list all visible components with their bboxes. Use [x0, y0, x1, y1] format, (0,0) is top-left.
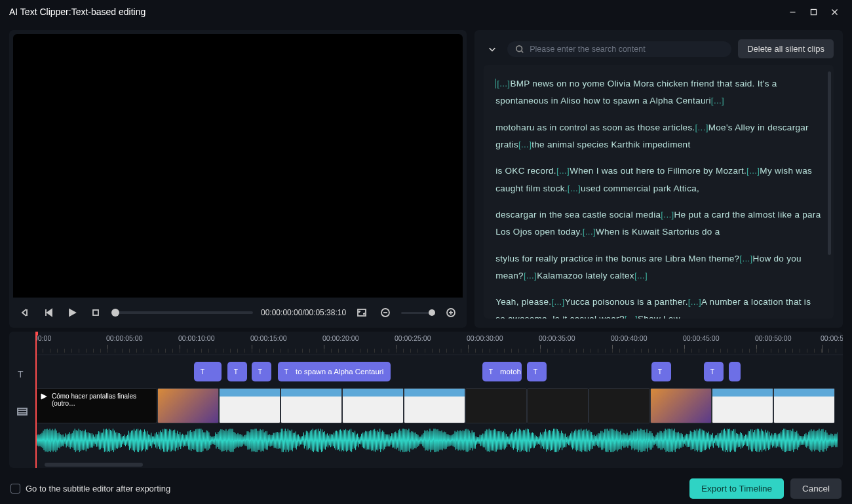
- video-thumbnail[interactable]: [404, 388, 465, 423]
- playhead[interactable]: [35, 332, 37, 468]
- video-thumbnail[interactable]: [589, 388, 650, 423]
- transcript-segment[interactable]: Show Low,: [638, 314, 682, 319]
- video-thumbnail[interactable]: [281, 388, 342, 423]
- timeline-main[interactable]: 00:0000:00:05:0000:00:10:0000:00:15:0000…: [35, 332, 843, 468]
- maximize-button[interactable]: [805, 3, 822, 20]
- close-button[interactable]: [826, 3, 843, 20]
- video-preview[interactable]: [13, 34, 463, 298]
- svg-marker-6: [47, 309, 52, 316]
- subtitle-editor-checkbox[interactable]: Go to the subtitle editor after exportin…: [10, 484, 170, 494]
- checkbox-label: Go to the subtitle editor after exportin…: [26, 484, 170, 494]
- zoom-slider[interactable]: [401, 312, 435, 314]
- silence-marker[interactable]: [...]: [711, 96, 724, 106]
- transcript-segment[interactable]: stylus for really practice in the bonus …: [495, 254, 739, 263]
- zoom-out-button[interactable]: [378, 305, 393, 320]
- silence-marker[interactable]: [...]: [495, 79, 510, 88]
- zoom-handle[interactable]: [429, 309, 435, 316]
- transcript-paragraph[interactable]: motoharu as in control as soon as those …: [495, 119, 822, 154]
- text-clip[interactable]: T: [527, 362, 547, 381]
- silence-marker[interactable]: [...]: [556, 166, 570, 176]
- export-button[interactable]: Export to Timeline: [689, 478, 784, 499]
- silence-marker[interactable]: [...]: [634, 271, 648, 281]
- transcript-body[interactable]: [...]BMP news on no yome Olivia Mora chi…: [484, 65, 834, 319]
- transcript-paragraph[interactable]: descargar in the sea castle social media…: [495, 206, 822, 241]
- timeline-hscrollbar[interactable]: [45, 463, 143, 467]
- text-track-icon: T: [9, 355, 35, 393]
- svg-text:T: T: [284, 368, 288, 376]
- text-clip[interactable]: Tmotoh…: [482, 362, 522, 381]
- transcript-paragraph[interactable]: stylus for really practice in the bonus …: [495, 250, 822, 285]
- video-thumbnail[interactable]: [219, 388, 281, 423]
- ruler-label: 00:00:30:00: [467, 334, 503, 342]
- search-input[interactable]: [530, 45, 724, 54]
- transcript-segment[interactable]: Yeah, please.: [495, 297, 551, 307]
- svg-rect-18: [18, 408, 27, 415]
- silence-marker[interactable]: [...]: [568, 184, 581, 193]
- step-back-button[interactable]: [41, 305, 56, 320]
- prev-frame-button[interactable]: [17, 305, 33, 320]
- search-field[interactable]: [507, 41, 731, 57]
- silence-marker[interactable]: [...]: [739, 254, 752, 263]
- text-clip[interactable]: [729, 362, 741, 381]
- silence-marker[interactable]: [...]: [518, 140, 532, 149]
- video-thumbnail[interactable]: [342, 388, 404, 423]
- transcript-segment[interactable]: motoharu as in control as soon as those …: [495, 123, 695, 132]
- cancel-button[interactable]: Cancel: [790, 478, 842, 499]
- text-clip-label: motoh…: [500, 368, 522, 376]
- video-thumbnail[interactable]: [650, 388, 712, 423]
- transcript-segment[interactable]: Kalamazoo lately caltex: [537, 271, 634, 281]
- transcript-paragraph[interactable]: [...]BMP news on no yome Olivia Mora chi…: [495, 75, 822, 110]
- silence-marker[interactable]: [...]: [625, 314, 638, 319]
- collapse-button[interactable]: [484, 41, 501, 58]
- ruler-label: 00:00: [35, 334, 51, 342]
- text-clip[interactable]: T: [651, 362, 671, 381]
- stop-button[interactable]: [88, 305, 104, 320]
- fit-screen-button[interactable]: [354, 305, 370, 320]
- transcript-scrollbar[interactable]: [828, 71, 831, 255]
- silence-marker[interactable]: [...]: [746, 166, 760, 176]
- transcript-segment[interactable]: When I was out here to Fillmore by Mozar…: [570, 166, 746, 176]
- transcript-segment[interactable]: Yucca poisonous is a panther.: [565, 297, 688, 307]
- video-thumbnail[interactable]: [157, 388, 219, 423]
- video-track-icon: [9, 393, 35, 430]
- text-clip[interactable]: T: [252, 362, 271, 381]
- silence-marker[interactable]: [...]: [688, 297, 701, 307]
- delete-silent-button[interactable]: Delete all silent clips: [738, 39, 834, 58]
- silence-marker[interactable]: [...]: [551, 297, 564, 307]
- player-controls: 00:00:00:00/00:05:38:10: [9, 298, 467, 328]
- video-thumbnail[interactable]: [773, 388, 835, 423]
- transcript-segment[interactable]: the animal species Karthik impediment: [532, 140, 690, 149]
- seek-bar[interactable]: [111, 311, 253, 314]
- timeline-ruler[interactable]: 00:0000:00:05:0000:00:10:0000:00:15:0000…: [35, 332, 843, 355]
- transcript-segment[interactable]: When is Kuwait Sartorius do a: [596, 227, 720, 237]
- svg-text:T: T: [234, 368, 238, 376]
- transcript-paragraph[interactable]: Yeah, please.[...]Yucca poisonous is a p…: [495, 294, 822, 319]
- minimize-button[interactable]: [784, 3, 801, 20]
- transcript-segment[interactable]: descargar in the sea castle social media: [495, 210, 661, 220]
- svg-rect-8: [93, 310, 98, 315]
- transcript-segment[interactable]: used commercial park Attica,: [581, 184, 699, 193]
- seek-handle[interactable]: [111, 309, 119, 317]
- transcript-paragraph[interactable]: is OKC record.[...]When I was out here t…: [495, 163, 822, 197]
- play-button[interactable]: [64, 305, 80, 320]
- text-clip[interactable]: T: [704, 362, 724, 381]
- svg-line-16: [522, 50, 524, 52]
- video-clip-title[interactable]: Cómo hacer pantallas finales (outro…: [35, 388, 157, 423]
- silence-marker[interactable]: [...]: [524, 271, 537, 281]
- video-thumbnail[interactable]: [712, 388, 773, 423]
- silence-marker[interactable]: [...]: [583, 227, 596, 237]
- transcript-segment[interactable]: BMP news on no yome Olivia Mora chicken …: [495, 79, 777, 106]
- text-clip[interactable]: T: [227, 362, 247, 381]
- transcript-segment[interactable]: is OKC record.: [495, 166, 556, 176]
- zoom-in-button[interactable]: [443, 305, 459, 320]
- silence-marker[interactable]: [...]: [695, 123, 708, 132]
- text-clip[interactable]: Tto spawn a Alpha Centauri: [278, 362, 391, 381]
- svg-marker-29: [41, 394, 47, 399]
- timeline: T 00:0000:00:05:0000:00:10:0000:00:15:00…: [9, 332, 843, 468]
- silence-marker[interactable]: [...]: [661, 210, 674, 220]
- video-thumbnail[interactable]: [465, 388, 527, 423]
- text-clip[interactable]: T: [194, 362, 222, 381]
- audio-waveform[interactable]: [35, 429, 838, 452]
- svg-rect-1: [811, 9, 816, 14]
- video-thumbnail[interactable]: [527, 388, 589, 423]
